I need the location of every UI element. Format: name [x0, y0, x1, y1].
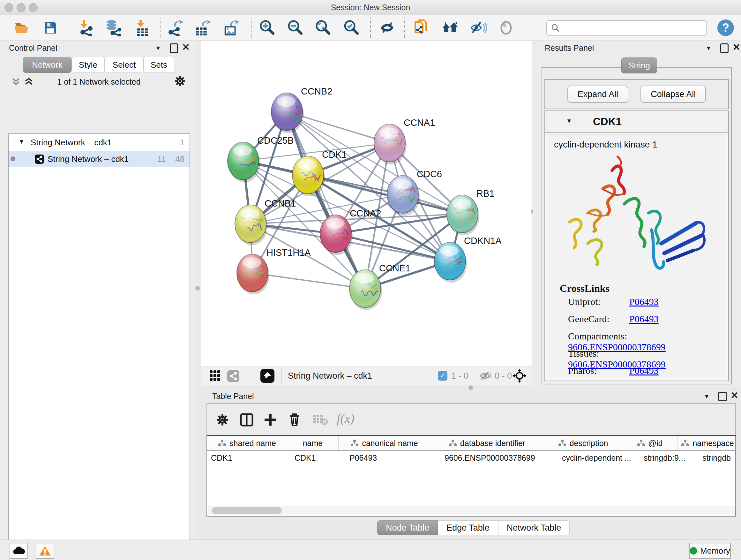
table-row[interactable]: CDK1CDK1P064939606.ENSP00000378699cyclin… [207, 451, 735, 465]
horizontal-splitter-handle[interactable] [468, 385, 473, 390]
selected-checkbox-icon[interactable]: ✓ [438, 371, 448, 381]
delete-column-icon[interactable] [287, 412, 301, 428]
search-input[interactable] [563, 23, 706, 33]
delete-table-icon[interactable] [313, 414, 328, 427]
gene-section-header[interactable]: ▼ CDK1 [545, 111, 728, 133]
gene-details: cyclin-dependent kinase 1 [547, 134, 726, 378]
table-panel-collapse-icon[interactable]: ▼ [704, 393, 710, 400]
control-panel-close-icon[interactable]: ✕ [182, 44, 190, 51]
column-header-description[interactable]: description [544, 436, 622, 450]
table-cell[interactable]: CDK1 [207, 451, 291, 465]
help-icon[interactable]: ? [718, 19, 734, 36]
node-label-CCNA1: CCNA1 [404, 118, 435, 128]
column-header-canonical-name[interactable]: canonical name [339, 436, 430, 450]
duplicate-network-icon[interactable] [413, 19, 430, 36]
column-header--id[interactable]: @id [622, 436, 677, 450]
network-edge-CCNB2-CCNE1[interactable] [287, 112, 365, 289]
table-cell[interactable]: cyclin-dependent ... [558, 451, 640, 465]
tab-sets[interactable]: Sets [144, 57, 174, 73]
table-horizontal-scrollbar[interactable] [208, 506, 735, 515]
table-gear-icon[interactable] [216, 414, 229, 428]
zoom-out-icon[interactable] [287, 19, 304, 36]
import-network-database-icon[interactable] [105, 19, 121, 36]
results-panel-collapse-icon[interactable]: ▼ [705, 45, 712, 52]
pharos-link[interactable]: P06493 [629, 365, 659, 376]
network-share-icon[interactable] [227, 370, 239, 383]
cloud-status-button[interactable] [10, 543, 28, 559]
collapse-all-button[interactable]: Collapse All [641, 85, 706, 103]
export-image-icon[interactable] [223, 19, 239, 36]
network-node-CDKN1A[interactable]: CDKN1A [434, 236, 502, 283]
zoom-selected-icon[interactable] [343, 19, 360, 36]
expand-all-button[interactable]: Expand All [567, 85, 629, 103]
gear-icon[interactable] [174, 75, 186, 88]
control-panel-collapse-icon[interactable]: ▼ [155, 45, 161, 52]
vertical-splitter-handle[interactable] [195, 286, 200, 291]
add-column-icon[interactable] [263, 413, 277, 428]
tab-network[interactable]: Network [23, 57, 71, 73]
show-graphics-details-icon[interactable] [498, 19, 515, 36]
gene-collapse-icon[interactable]: ▼ [566, 118, 572, 125]
table-cell[interactable]: CDK1 [291, 451, 346, 465]
expand-all-icon[interactable] [24, 77, 33, 87]
network-node-RB1[interactable]: RB1 [447, 188, 494, 235]
export-network-icon[interactable] [167, 19, 184, 36]
node-table[interactable]: shared namenamecanonical namedatabase id… [206, 435, 736, 516]
tab-select[interactable]: Select [105, 57, 144, 73]
save-session-icon[interactable] [42, 19, 59, 36]
memory-button[interactable]: Memory [689, 543, 731, 559]
tab-style[interactable]: Style [71, 57, 105, 73]
genecard-link[interactable]: P06493 [629, 314, 659, 324]
protein-structure-image [550, 152, 723, 280]
grid-view-icon[interactable] [209, 370, 221, 383]
tab-edge-table[interactable]: Edge Table [438, 520, 498, 535]
hidden-eye-icon[interactable] [479, 371, 492, 382]
import-network-file-icon[interactable] [78, 19, 95, 36]
zoom-fit-icon[interactable] [315, 19, 332, 36]
control-panel-float-icon[interactable] [170, 44, 178, 53]
birdseye-view-icon[interactable] [260, 369, 274, 384]
table-cell[interactable]: P06493 [346, 451, 441, 465]
column-header-name[interactable]: name [287, 436, 339, 450]
tab-node-table[interactable]: Node Table [377, 520, 438, 535]
import-table-file-icon[interactable] [134, 19, 151, 36]
network-collection-label: String Network – cdk1 [30, 138, 112, 147]
table-cell[interactable]: stringdb [698, 451, 736, 465]
export-table-icon[interactable] [194, 19, 211, 36]
fit-selected-crosshair-icon[interactable] [513, 369, 527, 384]
table-panel-float-icon[interactable] [718, 392, 727, 401]
network-row-selected[interactable]: String Network – cdk1 11 48 [9, 151, 190, 167]
collapse-all-icon[interactable] [11, 77, 20, 87]
warning-status-button[interactable] [36, 543, 54, 559]
network-canvas[interactable]: CCNB2CCNA1CDC25BCDK1CDC6RB1CCNB1CCNA2CDK… [201, 41, 532, 367]
scrollbar-thumb[interactable] [212, 507, 282, 514]
hide-selected-eye-icon[interactable] [470, 19, 487, 36]
column-header-namespace[interactable]: namespace [677, 436, 736, 450]
network-node-CCNE1[interactable]: CCNE1 [349, 263, 410, 310]
network-column-icon [218, 439, 226, 447]
column-header-shared-name[interactable]: shared name [207, 436, 287, 450]
results-panel-close-icon[interactable]: ✕ [732, 44, 740, 51]
footer-separator [248, 369, 248, 383]
refresh-icon[interactable] [379, 19, 395, 36]
table-cell[interactable]: stringdb:9... [640, 451, 698, 465]
show-columns-icon[interactable] [240, 413, 254, 428]
network-node-CDC6[interactable]: CDC6 [387, 169, 442, 216]
node-label-CDKN1A: CDKN1A [464, 236, 502, 246]
table-panel-close-icon[interactable]: ✕ [731, 392, 738, 399]
column-header-database-identifier[interactable]: database identifier [430, 436, 544, 450]
tab-network-table[interactable]: Network Table [498, 520, 570, 535]
function-builder-icon[interactable]: f(x) [337, 411, 354, 426]
tab-string[interactable]: String [621, 57, 657, 73]
home-icon[interactable] [442, 19, 459, 36]
open-session-icon[interactable] [13, 19, 30, 36]
current-network-title: String Network – cdk1 [288, 371, 372, 381]
results-panel-float-icon[interactable] [720, 44, 729, 53]
network-column-icon [449, 439, 457, 447]
tree-expand-icon[interactable]: ▼ [18, 138, 24, 145]
table-cell[interactable]: 9606.ENSP00000378699 [441, 451, 558, 465]
zoom-in-icon[interactable] [259, 19, 276, 36]
network-collection-row[interactable]: ▼ String Network – cdk1 1 [9, 134, 190, 151]
network-node-HIST1H1A[interactable]: HIST1H1A [237, 247, 311, 294]
uniprot-link[interactable]: P06493 [629, 296, 659, 307]
